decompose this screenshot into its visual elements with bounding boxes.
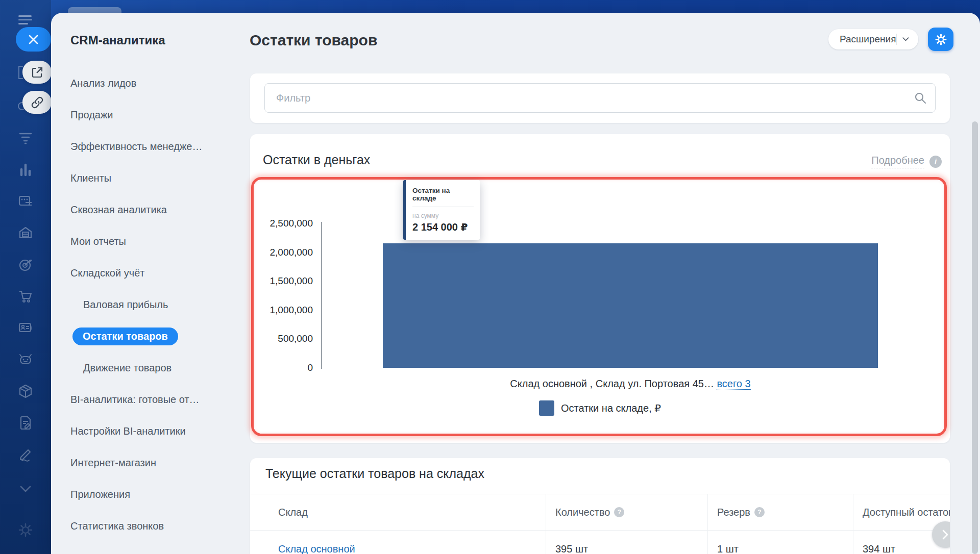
copy-link-button[interactable] [22, 91, 52, 114]
close-slider-button[interactable] [16, 27, 51, 52]
sidebar-item[interactable]: Клиенты [61, 168, 237, 188]
legend-label: Остатки на складе, ₽ [561, 402, 661, 414]
y-tick-label: 1,500,000 [262, 275, 313, 287]
divider [412, 207, 474, 207]
sidebar-item[interactable]: Приложения [61, 484, 237, 505]
current-leftovers-card: Текущие остатки товаров на складах Склад… [250, 458, 950, 554]
chart-y-axis-labels: 2,500,0002,000,0001,500,0001,000,000500,… [262, 218, 313, 371]
info-icon[interactable]: i [929, 156, 942, 168]
sidebar-item[interactable]: Сквозная аналитика [61, 199, 237, 220]
pencil-icon[interactable] [18, 447, 33, 462]
extensions-button[interactable]: Расширения [828, 29, 918, 49]
sidebar-item[interactable]: Эффективность менедже… [61, 136, 237, 157]
package-icon[interactable] [18, 384, 33, 399]
sidebar-item[interactable]: Продажи [61, 105, 237, 125]
cart-icon[interactable] [18, 289, 33, 304]
card-title: Остатки в деньгах [263, 153, 370, 167]
sidebar-item[interactable]: С [61, 547, 237, 554]
funnel-icon[interactable] [18, 130, 33, 145]
store-icon[interactable] [18, 225, 33, 241]
x-label-text: Склад основной , Склад ул. Портовая 45… [510, 378, 717, 389]
planner-icon[interactable] [18, 194, 33, 209]
chevron-right-icon [942, 530, 949, 540]
document-edit-icon[interactable] [18, 415, 33, 431]
column-header: Склад [250, 507, 546, 518]
column-header: Доступный остаток [853, 507, 950, 518]
table-title: Текущие остатки товаров на складах [265, 466, 484, 481]
y-tick-label: 1,000,000 [262, 305, 313, 316]
column-header: Количество? [546, 507, 707, 518]
filter-input[interactable] [264, 83, 936, 113]
y-tick-label: 500,000 [262, 333, 313, 344]
open-in-new-window-button[interactable] [22, 61, 52, 84]
chart-legend: Остатки на складе, ₽ [250, 400, 950, 416]
help-icon[interactable]: ? [754, 507, 765, 517]
menu-icon[interactable] [18, 15, 33, 27]
gear-icon [934, 33, 948, 46]
chart-bar[interactable] [383, 243, 878, 368]
chart-x-axis-label: Склад основной , Склад ул. Портовая 45… … [383, 378, 878, 390]
legend-swatch [539, 400, 554, 416]
column-header: Резерв? [707, 507, 853, 518]
sidebar-item[interactable]: Остатки товаров [61, 326, 237, 346]
y-tick-label: 2,000,000 [262, 247, 313, 258]
target-icon[interactable] [18, 257, 33, 272]
tooltip-title: Остатки на складе [412, 187, 474, 202]
sidebar-title: CRM-аналитика [70, 33, 165, 47]
chevron-down-icon[interactable] [18, 482, 33, 497]
robot-icon[interactable] [18, 352, 33, 367]
sidebar-item[interactable]: Мои отчеты [61, 231, 237, 251]
link-icon [31, 96, 44, 109]
sidebar-item[interactable]: Движение товаров [61, 358, 237, 378]
sidebar-item[interactable]: Интернет-магазин [61, 452, 237, 473]
contact-card-icon[interactable] [18, 320, 33, 336]
tooltip-caption: на сумму [412, 212, 474, 219]
total-warehouses-link[interactable]: всего 3 [717, 378, 750, 390]
settings-button[interactable] [928, 28, 953, 51]
help-icon[interactable]: ? [614, 507, 624, 517]
bar-chart-icon[interactable] [18, 162, 33, 178]
app-root: CRM-аналитика Анализ лидовПродажиЭффекти… [0, 0, 980, 554]
sidebar-item[interactable]: Складской учёт [61, 263, 237, 283]
table-cell: 395 шт [546, 531, 707, 554]
chart-y-axis-line [321, 222, 322, 369]
table-header-row: СкладКоличество?Резерв?Доступный остаток [250, 494, 950, 531]
sidebar-item[interactable]: Валовая прибыль [61, 294, 237, 315]
tooltip-value: 2 154 000 ₽ [412, 221, 474, 233]
sidebar-item[interactable]: Статистика звонков [61, 516, 237, 536]
table-row: Склад основной395 шт1 шт394 шт [250, 531, 950, 554]
divider [896, 34, 897, 45]
extensions-label: Расширения [828, 34, 896, 45]
y-tick-label: 0 [262, 362, 313, 373]
open-in-new-icon [31, 66, 44, 79]
close-icon [29, 35, 38, 44]
money-leftovers-card: Остатки в деньгах Подробнее i 2,500,0002… [250, 134, 950, 443]
warehouse-link[interactable]: Склад основной [250, 531, 546, 554]
details-link[interactable]: Подробнее [871, 155, 924, 168]
chevron-down-icon[interactable] [902, 37, 909, 42]
gear-icon[interactable] [18, 522, 33, 538]
filter-card [250, 73, 950, 123]
y-tick-label: 2,500,000 [262, 218, 313, 229]
page-title: Остатки товаров [250, 32, 377, 49]
sidebar-item[interactable]: Анализ лидов [61, 73, 237, 93]
sidebar-item[interactable]: Настройки BI-аналитики [61, 421, 237, 441]
sidebar-menu: Анализ лидовПродажиЭффективность менедже… [61, 73, 237, 554]
left-icon-rail [0, 0, 51, 554]
search-icon[interactable] [914, 92, 926, 104]
table-cell: 1 шт [707, 531, 853, 554]
scrollbar[interactable] [972, 121, 978, 554]
sidebar-item[interactable]: BI-аналитика: готовые от… [61, 389, 237, 410]
chart-tooltip: Остатки на складе на сумму 2 154 000 ₽ [403, 180, 480, 240]
